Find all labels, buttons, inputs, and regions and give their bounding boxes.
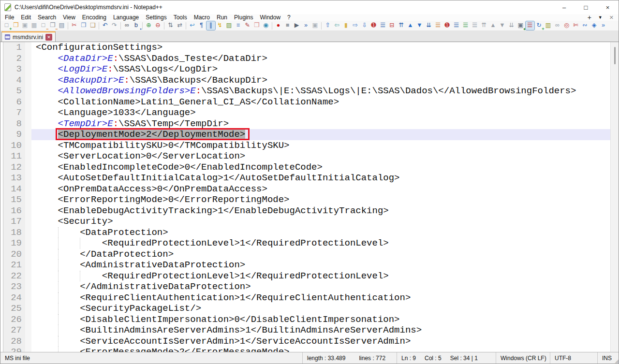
nav-forward-icon[interactable]: ⇨ [351, 21, 360, 30]
function-list-icon[interactable]: ✎ [243, 21, 252, 30]
line-number[interactable]: 8 [3, 118, 25, 130]
bookmark-margin[interactable] [25, 347, 31, 352]
line-number[interactable]: 25 [3, 303, 25, 314]
line-number[interactable]: 11 [3, 151, 25, 162]
line-number[interactable]: 1 [3, 42, 25, 53]
bookmark-margin[interactable] [25, 292, 31, 304]
line-number[interactable]: 5 [3, 86, 25, 97]
compare-options-icon[interactable]: ☰ [434, 21, 442, 30]
link-blue-icon[interactable]: ∾ [581, 21, 590, 30]
compare-first-icon[interactable]: ➊ [369, 21, 378, 30]
compare-icon[interactable]: ☰ [379, 21, 387, 30]
bookmark-margin[interactable] [25, 194, 31, 205]
compare-lines-icon[interactable]: ☰ [452, 21, 461, 30]
cut-icon[interactable]: ✂ [70, 21, 79, 30]
code-text[interactable]: </DataProtection> [31, 249, 610, 260]
code-text[interactable]: <RequiredProtectionLevel>1</RequiredProt… [31, 238, 610, 249]
compare-nav-green-icon[interactable]: ☰ [461, 21, 470, 30]
compare-results-icon[interactable]: ☰ [526, 21, 534, 30]
replace-icon[interactable]: b▪ [132, 21, 141, 30]
menu-item-encoding[interactable]: Encoding [79, 14, 110, 21]
code-text[interactable]: <DataProtection> [31, 227, 610, 238]
line-number[interactable]: 24 [3, 292, 25, 304]
bookmark-margin[interactable] [25, 238, 31, 249]
save-all-icon[interactable]: ▦ [30, 21, 39, 30]
sync-vertical-icon[interactable]: ⇅ [166, 21, 175, 30]
menu-item-tools[interactable]: Tools [170, 14, 191, 21]
macro-stop-icon[interactable]: ■ [283, 21, 292, 30]
code-text[interactable]: <Language>1033</Language> [31, 107, 610, 118]
user-language-icon[interactable]: ↯ [216, 21, 224, 30]
menu-item-macro[interactable]: Macro [191, 14, 213, 21]
line-number[interactable]: 13 [3, 173, 25, 184]
compare-first-alt-icon[interactable]: ➊ [443, 21, 452, 30]
bookmark-margin[interactable] [25, 184, 31, 195]
new-file-icon[interactable]: □+ [2, 21, 11, 30]
code-text[interactable]: <Security> [31, 216, 610, 227]
macro-run-multiple-icon[interactable]: » [302, 21, 310, 30]
bookmark-margin[interactable] [25, 205, 31, 217]
vertical-scrollbar[interactable] [610, 42, 619, 352]
line-number[interactable]: 18 [3, 227, 25, 238]
indent-guide-icon[interactable]: ∥ [206, 21, 215, 30]
editor[interactable]: 1<ConfigurationSettings>2 <DataDir>E:\SS… [0, 42, 619, 352]
bookmark-margin[interactable] [25, 271, 31, 282]
diff-first-disabled-icon[interactable]: ⇈ [480, 21, 488, 30]
minimize-button[interactable]: – [553, 0, 575, 14]
document-list-icon[interactable]: ≡ [234, 21, 243, 30]
line-number[interactable]: 3 [3, 64, 25, 75]
show-all-characters-icon[interactable]: ¶ [197, 21, 206, 30]
close-file-icon[interactable]: □− [39, 21, 48, 30]
line-number[interactable]: 10 [3, 140, 25, 151]
file-monitoring-icon[interactable]: ◉ [262, 21, 270, 30]
menu-item-language[interactable]: Language [110, 14, 142, 21]
code-text[interactable]: <LogDir>E:\SSAS\Logs</LogDir> [31, 64, 610, 75]
diff-last-icon[interactable]: ⇊ [425, 21, 433, 30]
bookmark-margin[interactable] [25, 53, 31, 64]
bookmark-margin[interactable] [25, 107, 31, 118]
code-text[interactable]: <RequiredProtectionLevel>1</RequiredProt… [31, 271, 610, 282]
bookmark-margin[interactable] [25, 64, 31, 75]
macro-play-icon[interactable]: ▶ [293, 21, 301, 30]
line-number[interactable]: 20 [3, 249, 25, 260]
status-eol-format[interactable]: Windows (CR LF) [496, 352, 550, 364]
maximize-button[interactable]: □ [575, 0, 597, 14]
line-number[interactable]: 15 [3, 194, 25, 205]
tab-msmdsrv[interactable]: msmdsrv.ini ✕ [1, 31, 56, 42]
reload-plus-icon[interactable]: ↻+ [535, 21, 544, 30]
target-icon[interactable]: ◎ [562, 21, 571, 30]
resize-grip-icon[interactable]: ◢ [612, 352, 619, 364]
code-text[interactable]: <BuiltinAdminsAreServerAdmins>1</Builtin… [31, 325, 610, 336]
line-number[interactable]: 4 [3, 75, 25, 86]
bookmark-margin[interactable] [25, 173, 31, 184]
code-text[interactable]: <AdministrativeDataProtection> [31, 260, 610, 271]
line-number[interactable]: 29 [3, 347, 25, 352]
menu-item-view[interactable]: View [59, 14, 79, 21]
code-text[interactable]: <DeploymentMode>2</DeploymentMode> [31, 129, 610, 140]
tab-list-button[interactable]: ▼ [598, 15, 603, 20]
diff-next-disabled-icon[interactable]: ▼ [498, 21, 507, 30]
line-number[interactable]: 6 [3, 97, 25, 108]
bookmark-margin[interactable] [25, 303, 31, 314]
diamond-nav-icon[interactable]: ◈ [590, 21, 599, 30]
print-icon[interactable]: ▤ [58, 21, 66, 30]
line-number[interactable]: 21 [3, 260, 25, 271]
nav-back-icon[interactable]: ⇦ [333, 21, 341, 30]
undo-icon[interactable]: ↶ [101, 21, 110, 30]
status-insert-mode[interactable]: INS [597, 352, 612, 364]
bookmark-margin[interactable] [25, 42, 31, 53]
code-text[interactable]: <OnPremDataAccess>0</OnPremDataAccess> [31, 184, 610, 195]
line-number[interactable]: 7 [3, 107, 25, 118]
line-number[interactable]: 12 [3, 162, 25, 173]
bookmark-margin[interactable] [25, 162, 31, 173]
find-icon[interactable]: ∞ [123, 21, 132, 30]
line-number[interactable]: 22 [3, 271, 25, 282]
folder-workspace-icon[interactable]: ❒ [252, 21, 261, 30]
diff-prev-icon[interactable]: ▲ [406, 21, 415, 30]
tab-close-icon[interactable]: ✕ [45, 34, 52, 41]
code-text[interactable]: <ServerLocation>0</ServerLocation> [31, 151, 610, 162]
code-text[interactable]: <SecurityPackageList/> [31, 303, 610, 314]
bookmark-margin[interactable] [25, 216, 31, 227]
close-button[interactable]: × [597, 0, 619, 14]
sync-horizontal-icon[interactable]: ⇄ [176, 21, 184, 30]
